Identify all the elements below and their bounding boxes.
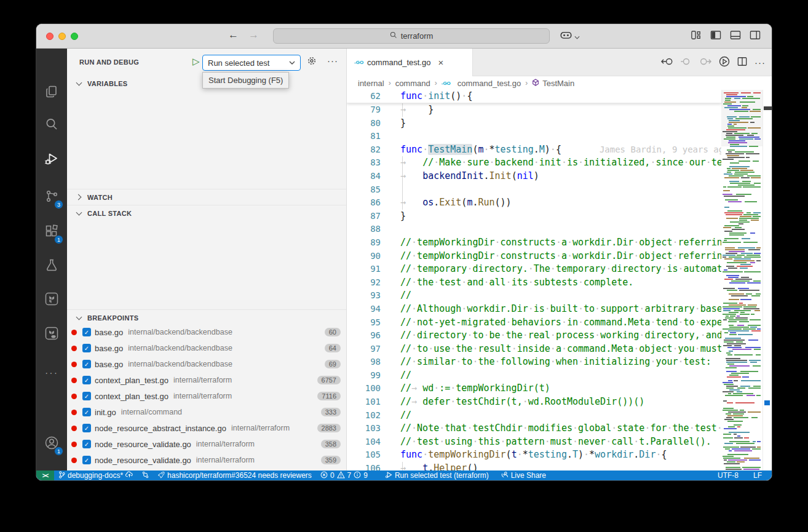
line-number[interactable]: 85 (347, 183, 381, 197)
minimize-window-button[interactable] (58, 33, 66, 40)
code-line[interactable]: 89//·tempWorkingDir·constructs·a·workdir… (347, 236, 721, 250)
editor-actions-more-icon[interactable]: ··· (755, 57, 766, 68)
code-line[interactable]: 88 (347, 223, 721, 236)
activity-testing[interactable] (36, 251, 67, 282)
line-number[interactable]: 94 (347, 303, 381, 316)
line-number[interactable]: 105 (347, 448, 381, 462)
close-window-button[interactable] (46, 33, 53, 40)
line-number[interactable]: 93 (347, 289, 381, 303)
activity-source-control[interactable]: 3 (36, 182, 67, 213)
breakpoint-row[interactable]: ✓context_plan_test.gointernal/terraform7… (67, 388, 346, 404)
line-number[interactable]: 104 (347, 435, 381, 449)
scrollbar[interactable] (762, 90, 772, 470)
nav-back-icon[interactable] (661, 57, 673, 69)
line-number[interactable]: 95 (347, 316, 381, 330)
line-number[interactable]: 81 (347, 130, 381, 143)
toggle-primary-sidebar-icon[interactable] (710, 30, 721, 40)
breakpoint-row[interactable]: ✓init.gointernal/command333 (67, 404, 346, 420)
breakpoint-row[interactable]: ✓base.gointernal/backend/backendbase64 (67, 340, 346, 356)
line-number[interactable]: 80 (347, 117, 381, 130)
activity-terraform[interactable] (36, 285, 67, 316)
breakpoint-row[interactable]: ✓node_resource_validate.gointernal/terra… (67, 452, 346, 468)
eol-indicator[interactable]: LF (746, 471, 772, 480)
line-number[interactable]: 86 (347, 196, 381, 210)
run-task-item[interactable]: Run selected test (terraform) (381, 471, 493, 480)
breakpoint-row[interactable]: ✓node_resource_abstract_instance.gointer… (67, 420, 346, 436)
breakpoint-checkbox[interactable]: ✓ (82, 408, 91, 416)
minimap[interactable] (721, 90, 762, 470)
zoom-window-button[interactable] (71, 33, 78, 40)
code-line[interactable]: 87} (347, 210, 721, 223)
code-line[interactable]: 92//·the·test·and·all·its·subtests·compl… (347, 276, 721, 290)
activity-search[interactable] (36, 110, 67, 141)
code-line[interactable]: 81 (347, 130, 721, 143)
breadcrumb-file[interactable]: command_test.go (457, 79, 521, 88)
nav-next-icon[interactable] (699, 57, 711, 69)
breakpoint-row[interactable]: ✓context_plan_test.gointernal/terraform6… (67, 372, 346, 388)
breakpoint-checkbox[interactable]: ✓ (82, 456, 91, 464)
line-number[interactable]: 97 (347, 343, 381, 356)
code-line[interactable]: 85 (347, 183, 721, 197)
code-line[interactable]: 86→ os.Exit(m.Run()) (347, 196, 721, 210)
encoding-indicator[interactable]: UTF-8 (710, 471, 746, 480)
pull-request-item[interactable]: hashicorp/terraform#36524 needs reviewer… (153, 471, 316, 480)
line-number[interactable]: 84 (347, 170, 381, 183)
code-line[interactable]: 106→ t.Helper() (347, 462, 721, 470)
activity-hcp-terraform[interactable] (36, 319, 67, 350)
breakpoint-checkbox[interactable]: ✓ (82, 360, 91, 368)
line-number[interactable]: 90 (347, 250, 381, 263)
section-watch[interactable]: WATCH (67, 189, 346, 205)
breakpoint-checkbox[interactable]: ✓ (82, 392, 91, 400)
tab-command-test-go[interactable]: -GO command_test.go × (347, 49, 473, 76)
code-line[interactable]: 101//→ defer·testChdir(t,·wd.RootModuleD… (347, 395, 721, 409)
history-back-button[interactable]: ← (228, 29, 239, 41)
breakpoint-checkbox[interactable]: ✓ (82, 328, 91, 336)
close-tab-icon[interactable]: × (438, 57, 443, 68)
toggle-secondary-sidebar-icon[interactable] (750, 30, 761, 40)
nav-prev-icon[interactable] (681, 57, 692, 69)
line-number[interactable]: 91 (347, 263, 381, 276)
line-number[interactable]: 101 (347, 395, 381, 409)
line-number[interactable]: 102 (347, 409, 381, 423)
copilot-menu[interactable] (560, 30, 580, 42)
live-share-item[interactable]: Live Share (497, 471, 550, 480)
breakpoint-checkbox[interactable]: ✓ (82, 344, 91, 352)
debug-views-more-icon[interactable]: ··· (327, 55, 338, 66)
breakpoint-row[interactable]: ✓base.gointernal/backend/backendbase60 (67, 324, 346, 340)
code-line[interactable]: 80} (347, 117, 721, 130)
activity-run-and-debug[interactable] (36, 145, 67, 176)
breakpoint-row[interactable]: ✓node_resource_validate.gointernal/terra… (67, 436, 346, 452)
start-debugging-button[interactable]: ▷ (192, 56, 200, 67)
code-line[interactable]: 105func·tempWorkingDir(t·*testing.T)·*wo… (347, 448, 721, 462)
debug-configuration-dropdown[interactable]: Run selected test (202, 55, 301, 71)
code-line[interactable]: 98//·similar·to·the·following·when·initi… (347, 355, 721, 369)
line-number[interactable]: 79 (347, 103, 381, 117)
toggle-panel-icon[interactable] (730, 30, 741, 40)
breakpoint-row[interactable]: ✓base.gointernal/backend/backendbase69 (67, 356, 346, 372)
line-number[interactable]: 62 (347, 90, 381, 103)
remote-indicator[interactable]: >< (36, 470, 54, 480)
activity-more[interactable]: ··· (36, 358, 67, 389)
breakpoint-checkbox[interactable]: ✓ (82, 376, 91, 384)
activity-explorer[interactable] (36, 77, 67, 108)
git-branch-item[interactable]: debugging-docs* (54, 471, 138, 480)
code-line[interactable]: 97//·to·use·the·result·inside·a·command.… (347, 343, 721, 356)
breadcrumb-internal[interactable]: internal (358, 79, 384, 88)
code-line[interactable]: 104//·test·using·this·pattern·must·never… (347, 435, 721, 449)
line-number[interactable]: 100 (347, 382, 381, 395)
line-number[interactable]: 88 (347, 223, 381, 236)
code-line[interactable]: 95//·not-yet-migrated·behaviors·in·comma… (347, 316, 721, 330)
code-editor[interactable]: 62func·init()·{ 79→ }80}8182func·TestMai… (347, 90, 772, 470)
breakpoint-checkbox[interactable]: ✓ (82, 440, 91, 448)
section-call-stack[interactable]: CALL STACK (67, 205, 346, 221)
line-number[interactable]: 106 (347, 462, 381, 470)
line-number[interactable]: 83 (347, 156, 381, 170)
code-line[interactable]: 103//·Note·that·testChdir·modifies·globa… (347, 422, 721, 435)
line-number[interactable]: 82 (347, 143, 381, 157)
code-line[interactable]: 79→ } (347, 103, 721, 117)
split-editor-icon[interactable] (737, 57, 747, 69)
code-line[interactable]: 91//·temporary·directory.·The·temporary·… (347, 263, 721, 276)
code-line[interactable]: 83→ //·Make·sure·backend·init·is·initial… (347, 156, 721, 170)
line-number[interactable]: 99 (347, 369, 381, 383)
problems-item[interactable]: 0 7 9 (316, 471, 372, 480)
